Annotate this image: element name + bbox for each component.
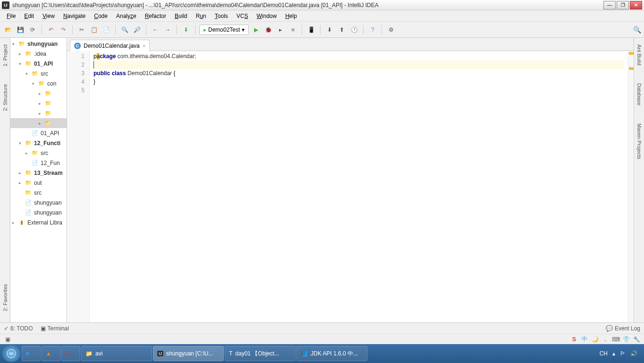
tool-ant[interactable]: Ant Build: [636, 43, 642, 67]
tree-src1[interactable]: ▾📁src: [10, 69, 67, 78]
tool-structure[interactable]: 2: Structure: [2, 82, 8, 113]
vcs-commit-icon[interactable]: ⬆: [337, 25, 347, 35]
back-icon[interactable]: ←: [150, 25, 161, 35]
taskbar-ie[interactable]: e: [22, 346, 41, 361]
settings-icon[interactable]: ⚙: [386, 25, 396, 35]
undo-icon[interactable]: ↶: [46, 25, 56, 35]
tree-src2[interactable]: ▸📁src: [10, 148, 67, 158]
paste-icon[interactable]: 📄: [101, 25, 111, 35]
run-config-dropdown[interactable]: ▸ Demo02Test ▾: [199, 25, 249, 35]
taskbar-opera[interactable]: O: [61, 346, 80, 361]
status-punct-icon[interactable]: ，: [602, 336, 609, 343]
tree-13stream[interactable]: ▸📁13_Stream: [10, 168, 67, 178]
vcs-history-icon[interactable]: 🕐: [349, 25, 359, 35]
cut-icon[interactable]: ✂: [76, 25, 87, 35]
tool-terminal[interactable]: ▣Terminal: [41, 325, 69, 332]
maximize-button[interactable]: ❐: [617, 1, 629, 9]
tool-maven[interactable]: Maven Projects: [636, 121, 642, 161]
terminal-icon: ▣: [41, 325, 46, 332]
tray-lang[interactable]: CH: [600, 350, 608, 357]
menu-build[interactable]: Build: [171, 12, 191, 20]
coverage-icon[interactable]: ▸: [275, 25, 286, 35]
minimize-button[interactable]: —: [603, 1, 616, 9]
close-button[interactable]: ✕: [630, 1, 642, 9]
copy-icon[interactable]: 📋: [89, 25, 99, 35]
debug-icon[interactable]: 🐞: [263, 25, 273, 35]
menu-help[interactable]: Help: [281, 12, 301, 20]
menu-run[interactable]: Run: [192, 12, 210, 20]
vlc-icon: ▲: [46, 350, 51, 357]
forward-icon[interactable]: →: [162, 25, 173, 35]
search-everywhere-icon[interactable]: 🔍: [633, 26, 641, 34]
tree-con[interactable]: ▾📁con: [10, 78, 67, 88]
ie-icon: e: [26, 350, 29, 357]
tree-idea[interactable]: ▸📁.idea: [10, 49, 67, 59]
tree-func-iml[interactable]: 📄12_Fun: [10, 158, 67, 168]
tray-volume-icon[interactable]: 🔊: [630, 350, 637, 357]
start-button[interactable]: [2, 345, 21, 362]
tree-out[interactable]: ▸📁out: [10, 178, 67, 188]
stop-icon[interactable]: ■: [288, 25, 298, 35]
taskbar-vlc[interactable]: ▲: [42, 346, 60, 361]
vcs-update-icon[interactable]: ⬇: [324, 25, 335, 35]
tree-subfolder-selected[interactable]: ▸📁: [10, 118, 67, 128]
menu-code[interactable]: Code: [90, 12, 111, 20]
tool-favorites[interactable]: 2: Favorites: [2, 282, 8, 313]
build-icon[interactable]: ⬇: [181, 25, 191, 35]
menu-navigate[interactable]: Navigate: [59, 12, 89, 20]
tree-root[interactable]: ▾📁shungyuan: [10, 39, 67, 49]
dropdown-chevron-icon: ▾: [242, 26, 245, 33]
menu-file[interactable]: File: [3, 12, 19, 20]
sync-icon[interactable]: ⟳: [27, 25, 38, 35]
editor-tab-demo01calendar[interactable]: C Demo01Calendar.java ×: [70, 40, 150, 51]
taskbar-day01[interactable]: Tday01 【Object...: [225, 346, 296, 361]
menu-tools[interactable]: Tools: [211, 12, 232, 20]
taskbar-intellij[interactable]: IJshungyuan [C:\U...: [153, 346, 224, 361]
tool-project[interactable]: 1: Project: [2, 43, 8, 68]
status-moon-icon[interactable]: 🌙: [591, 336, 599, 343]
status-keyboard-icon[interactable]: ⌨: [612, 336, 619, 343]
tree-subfolder1[interactable]: ▸📁: [10, 88, 67, 98]
save-icon[interactable]: 💾: [15, 25, 25, 35]
tree-external[interactable]: ▸▮External Libra: [10, 217, 67, 227]
menu-view[interactable]: View: [39, 12, 59, 20]
open-icon[interactable]: 📂: [3, 25, 13, 35]
help-icon[interactable]: ?: [367, 25, 378, 35]
tree-iml1[interactable]: 📄shungyuan: [10, 198, 67, 207]
tab-close-icon[interactable]: ×: [143, 43, 145, 49]
code-editor[interactable]: papackageckage com.itheima.demo04.Calend…: [90, 51, 628, 322]
menu-refactor[interactable]: Refactor: [141, 12, 170, 20]
status-toolbox-icon[interactable]: 🔧: [633, 336, 640, 343]
tree-01api[interactable]: ▾📁01_API: [10, 59, 67, 69]
status-skin-icon[interactable]: 👕: [622, 336, 630, 343]
taskbar-explorer[interactable]: 📁avi: [81, 346, 152, 361]
status-lang-icon[interactable]: 中: [581, 336, 588, 343]
run-icon[interactable]: ▶: [251, 25, 261, 35]
tree-api-iml[interactable]: 📄01_API: [10, 128, 67, 138]
menu-vcs[interactable]: VCS: [233, 12, 252, 20]
tree-iml2[interactable]: 📄shungyuan: [10, 207, 67, 217]
tree-subfolder2[interactable]: ▸📁: [10, 98, 67, 108]
ime-icon[interactable]: S: [570, 336, 578, 343]
error-stripe[interactable]: [628, 51, 634, 322]
tool-database[interactable]: Database: [636, 81, 642, 107]
tree-src3[interactable]: 📁src: [10, 188, 67, 198]
replace-icon[interactable]: 🔎: [132, 25, 142, 35]
redo-icon[interactable]: ↷: [58, 25, 68, 35]
menu-analyze[interactable]: Analyze: [112, 12, 140, 20]
menu-window[interactable]: Window: [253, 12, 280, 20]
tool-todo[interactable]: ✓6: TODO: [4, 325, 33, 332]
warning-marker-icon[interactable]: [629, 67, 634, 70]
editor-area: C Demo01Calendar.java × 1 2 3 4 5 papack…: [67, 38, 634, 322]
tree-subfolder3[interactable]: ▸📁: [10, 108, 67, 118]
tray-flag-icon[interactable]: 🏳: [620, 350, 626, 357]
find-icon[interactable]: 🔍: [119, 25, 130, 35]
avd-icon[interactable]: 📱: [306, 25, 316, 35]
tool-event-log[interactable]: 💬Event Log: [606, 325, 640, 332]
tree-12func[interactable]: ▾📁12_Functi: [10, 138, 67, 148]
tool-window-toggle-icon[interactable]: ▣: [4, 336, 11, 343]
warning-marker-icon[interactable]: [629, 52, 634, 55]
taskbar-jdk[interactable]: 📘JDK API 1.6.0 中...: [297, 346, 367, 361]
menu-edit[interactable]: Edit: [20, 12, 38, 20]
tray-chevron-icon[interactable]: ▴: [612, 350, 615, 357]
